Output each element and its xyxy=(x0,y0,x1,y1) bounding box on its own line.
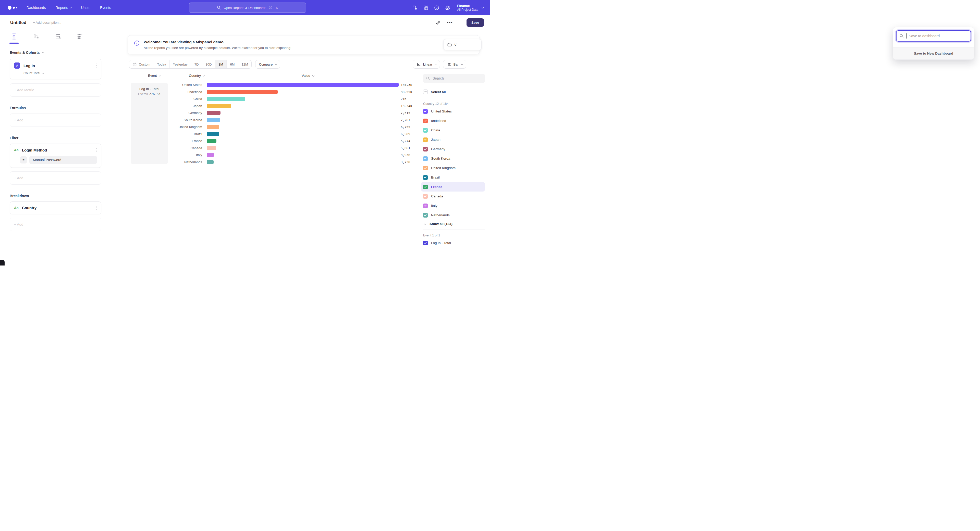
checkbox[interactable] xyxy=(423,156,428,161)
tab-flows[interactable] xyxy=(54,33,62,43)
select-all-row[interactable]: Select all xyxy=(423,90,485,94)
checkbox[interactable] xyxy=(423,213,428,217)
chart-style-button[interactable]: Bar xyxy=(443,60,466,68)
checkbox[interactable] xyxy=(423,138,428,142)
range-3m-selected[interactable]: 3M xyxy=(215,60,227,68)
checkbox[interactable] xyxy=(423,175,428,180)
range-yesterday[interactable]: Yesterday xyxy=(170,60,191,68)
kebab-menu-icon[interactable] xyxy=(95,205,97,211)
range-30d[interactable]: 30D xyxy=(202,60,215,68)
global-search-button[interactable]: Open Reports & Dashboards ⌘ + K xyxy=(189,3,306,13)
nav-users[interactable]: Users xyxy=(81,6,91,10)
tab-insights[interactable] xyxy=(10,33,18,43)
country-item[interactable]: United Kingdom xyxy=(421,163,485,173)
bar[interactable] xyxy=(207,97,245,101)
tab-funnels[interactable] xyxy=(32,33,40,43)
view-sample-dashboard-button[interactable]: V xyxy=(443,39,482,50)
country-item[interactable]: Canada xyxy=(421,192,485,201)
country-item[interactable]: Netherlands xyxy=(421,211,485,220)
add-formula-button[interactable]: + Add xyxy=(10,114,101,127)
bar-category-label: France xyxy=(107,139,207,143)
bar[interactable] xyxy=(207,82,399,87)
country-item[interactable]: United States xyxy=(421,106,485,116)
bar[interactable] xyxy=(207,111,221,115)
tab-retention[interactable] xyxy=(76,33,84,43)
select-all-checkbox[interactable] xyxy=(423,90,428,94)
apps-grid-icon[interactable] xyxy=(423,5,428,10)
range-today[interactable]: Today xyxy=(154,60,170,68)
country-item[interactable]: Germany xyxy=(421,144,485,154)
checkbox[interactable] xyxy=(423,109,428,114)
data-management-icon[interactable] xyxy=(412,5,417,10)
country-item-highlighted[interactable]: France xyxy=(421,182,485,192)
partial-button-label: V xyxy=(454,43,457,47)
hidden-corner-widget[interactable] xyxy=(0,260,5,265)
kebab-menu-icon[interactable] xyxy=(95,63,97,68)
report-title[interactable]: Untitled xyxy=(10,20,26,25)
checkbox[interactable] xyxy=(423,241,428,245)
checkbox[interactable] xyxy=(423,185,428,189)
settings-gear-icon[interactable] xyxy=(445,5,450,10)
filter-card[interactable]: Aa Login Method = Manual Password xyxy=(10,144,101,168)
filter-operator[interactable]: = xyxy=(20,156,27,163)
country-item[interactable]: China xyxy=(421,125,485,135)
aggregation-selector[interactable]: Count Total xyxy=(24,71,97,75)
more-actions-button[interactable]: ••• xyxy=(447,21,453,25)
country-item[interactable]: Italy xyxy=(421,201,485,211)
filter-value[interactable]: Manual Password xyxy=(29,156,97,164)
country-item[interactable]: undefined xyxy=(421,116,485,125)
nav-reports[interactable]: Reports xyxy=(56,6,72,10)
copy-link-icon[interactable] xyxy=(435,20,441,25)
add-filter-button[interactable]: + Add xyxy=(10,171,101,185)
add-breakdown-button[interactable]: + Add xyxy=(10,218,101,231)
checkbox[interactable] xyxy=(423,119,428,123)
bar-category-label: Netherlands xyxy=(107,160,207,164)
country-item[interactable]: South Korea xyxy=(421,154,485,163)
range-custom[interactable]: Custom xyxy=(129,60,154,68)
column-header-value[interactable]: Value xyxy=(302,74,314,78)
bar[interactable] xyxy=(207,125,219,129)
line-type-button[interactable]: Linear xyxy=(413,60,440,68)
breakdown-card[interactable]: Aa Country xyxy=(10,201,101,214)
checkbox[interactable] xyxy=(423,128,428,133)
filter-property-name[interactable]: Login Method xyxy=(22,148,47,152)
project-switcher[interactable]: Finance All Project Data xyxy=(457,4,484,11)
compare-button[interactable]: Compare xyxy=(255,60,280,68)
column-header-event[interactable]: Event xyxy=(148,74,161,78)
nav-dashboards[interactable]: Dashboards xyxy=(27,6,46,10)
country-item[interactable]: Japan xyxy=(421,135,485,144)
bar[interactable] xyxy=(207,146,216,150)
checkbox[interactable] xyxy=(423,203,428,208)
bar[interactable] xyxy=(207,153,214,157)
legend-search-input[interactable]: Search xyxy=(423,74,485,83)
country-item[interactable]: Brazil xyxy=(421,173,485,182)
range-12m[interactable]: 12M xyxy=(238,60,251,68)
range-7d[interactable]: 7D xyxy=(191,60,202,68)
bar[interactable] xyxy=(207,139,216,143)
event-legend-item[interactable]: Log In - Total xyxy=(421,238,485,248)
bar[interactable] xyxy=(207,160,213,164)
top-nav: Dashboards Reports Users Events Open Rep… xyxy=(0,0,490,15)
help-icon[interactable]: ? xyxy=(434,5,439,10)
bar[interactable] xyxy=(207,104,231,108)
checkbox[interactable] xyxy=(423,166,428,170)
checkbox[interactable] xyxy=(423,194,428,199)
range-6m[interactable]: 6M xyxy=(227,60,238,68)
bar[interactable] xyxy=(207,90,278,94)
add-metric-button[interactable]: + Add Metric xyxy=(10,83,101,97)
add-description[interactable]: + Add description... xyxy=(33,21,61,24)
save-button[interactable]: Save xyxy=(466,18,484,27)
column-header-country[interactable]: Country xyxy=(189,74,204,78)
checkbox[interactable] xyxy=(423,147,428,152)
show-all-toggle[interactable]: Show all (184) xyxy=(423,222,485,226)
nav-events[interactable]: Events xyxy=(100,6,111,10)
kebab-menu-icon[interactable] xyxy=(95,147,97,153)
bar[interactable] xyxy=(207,118,220,122)
mixpanel-logo-icon[interactable] xyxy=(8,6,18,10)
metric-card[interactable]: A Log In Count Total xyxy=(10,59,101,79)
breakdown-property-name[interactable]: Country xyxy=(22,206,37,210)
metric-event-name[interactable]: Log In xyxy=(24,63,35,68)
events-cohorts-section[interactable]: Events & Cohorts xyxy=(10,51,101,55)
chevron-down-icon xyxy=(42,51,44,53)
bar[interactable] xyxy=(207,132,219,136)
